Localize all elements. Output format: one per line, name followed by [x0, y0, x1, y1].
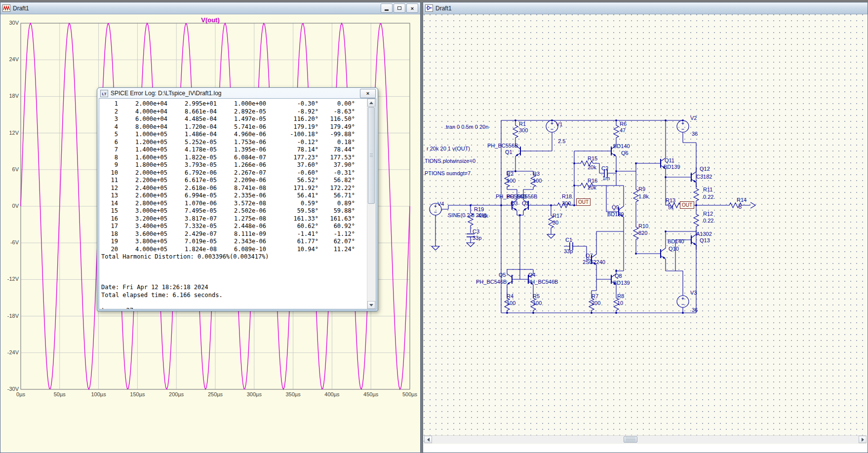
- component-label[interactable]: R14: [737, 197, 747, 203]
- error-log-titlebar[interactable]: LT SPICE Error Log: D:\LTspice_IV\Draft1…: [97, 88, 378, 98]
- component-label[interactable]: Q11: [665, 157, 674, 163]
- error-log-vscrollbar[interactable]: [367, 99, 376, 309]
- component-label[interactable]: R19: [474, 206, 484, 212]
- spice-directive[interactable]: .tran 0 0.5m 0 20n: [444, 124, 488, 130]
- component-label[interactable]: V2: [690, 115, 697, 121]
- component-label[interactable]: 33p: [473, 235, 481, 241]
- component-label[interactable]: 33p: [564, 248, 573, 254]
- component-label[interactable]: C3182: [696, 174, 712, 180]
- component-label[interactable]: A1302: [696, 231, 712, 237]
- component-label[interactable]: R2: [507, 171, 513, 177]
- component-label[interactable]: R18: [562, 193, 572, 199]
- component-label[interactable]: 36: [692, 131, 698, 137]
- trace-title[interactable]: V(out): [1, 16, 420, 24]
- schematic-canvas[interactable]: .tran 0 0.5m 0 20nr 20k 20 1 v(OUT)TIONS…: [424, 14, 867, 444]
- component-label[interactable]: 8: [739, 204, 742, 210]
- component-label[interactable]: BD139: [607, 211, 624, 217]
- component-label[interactable]: R12: [703, 211, 713, 217]
- component-label[interactable]: C3: [473, 228, 479, 234]
- component-label[interactable]: BD140: [613, 143, 630, 149]
- component-label[interactable]: PH_BC546B: [476, 279, 507, 285]
- component-label[interactable]: BD139: [664, 164, 680, 170]
- component-label[interactable]: R5: [533, 293, 540, 299]
- waveform-window-titlebar[interactable]: Draft1 ×: [0, 2, 420, 14]
- component-label[interactable]: 100: [507, 178, 515, 184]
- component-label[interactable]: V1: [556, 121, 562, 127]
- component-label[interactable]: 100: [533, 178, 542, 184]
- scroll-right-button[interactable]: [859, 436, 867, 443]
- component-label[interactable]: R9: [638, 186, 645, 192]
- component-label[interactable]: PH_BC546B: [527, 279, 558, 285]
- out-port-flag[interactable]: OUT: [680, 201, 694, 209]
- component-label[interactable]: 2.5: [558, 138, 565, 144]
- component-label[interactable]: 20k: [588, 164, 596, 170]
- component-label[interactable]: 0.22: [703, 218, 713, 224]
- component-label[interactable]: 200: [592, 300, 600, 306]
- component-label[interactable]: Q4: [528, 272, 536, 278]
- component-label[interactable]: V4: [437, 201, 444, 207]
- component-label[interactable]: C2: [601, 165, 608, 171]
- restore-button[interactable]: [394, 3, 405, 13]
- component-label[interactable]: 10: [617, 300, 623, 306]
- component-label[interactable]: Q13: [700, 237, 710, 243]
- component-label[interactable]: BD140: [668, 238, 684, 244]
- component-label[interactable]: Q12: [700, 166, 710, 172]
- component-label[interactable]: Q5: [499, 272, 506, 278]
- component-label[interactable]: 1.8k: [638, 193, 649, 199]
- component-label[interactable]: Q3: [511, 200, 518, 206]
- component-label[interactable]: 20k: [588, 185, 596, 190]
- component-label[interactable]: Q9: [612, 204, 619, 210]
- component-label[interactable]: 36: [692, 307, 698, 313]
- component-label[interactable]: Q6: [621, 150, 629, 156]
- component-label[interactable]: R15: [588, 155, 597, 161]
- component-label[interactable]: Q7: [586, 253, 593, 259]
- spice-directive[interactable]: PTIONS numdgt=7: [425, 170, 471, 176]
- component-label[interactable]: 30: [552, 220, 558, 226]
- component-label[interactable]: 0.22: [703, 194, 713, 200]
- component-label[interactable]: PH_BC556B: [487, 143, 518, 149]
- component-label[interactable]: R3: [533, 171, 540, 177]
- hscroll-thumb[interactable]: [624, 436, 637, 443]
- scroll-up-button[interactable]: [367, 99, 375, 107]
- vscroll-thumb[interactable]: [368, 107, 375, 204]
- component-label[interactable]: 2SC2240: [583, 259, 605, 265]
- component-label[interactable]: 300: [562, 200, 571, 206]
- error-log-text[interactable]: 12.000e+042.995e+011.000e+00-0.30°0.00°2…: [99, 99, 367, 309]
- component-label[interactable]: 4.3k: [478, 213, 488, 219]
- component-label[interactable]: R13: [666, 197, 675, 203]
- minimize-button[interactable]: [381, 3, 393, 13]
- component-label[interactable]: Q10: [669, 246, 679, 252]
- component-label[interactable]: R6: [620, 121, 627, 127]
- component-label[interactable]: Q8: [615, 273, 622, 279]
- close-button[interactable]: ×: [406, 3, 418, 13]
- spice-directive[interactable]: r 20k 20 1 v(OUT): [427, 146, 470, 151]
- component-label[interactable]: V3: [690, 290, 697, 296]
- component-label[interactable]: 47: [620, 127, 626, 133]
- component-label[interactable]: R8: [617, 293, 624, 299]
- component-label[interactable]: R10: [638, 223, 648, 229]
- component-label[interactable]: BD139: [613, 280, 630, 286]
- component-label[interactable]: Q1: [505, 149, 513, 155]
- component-label[interactable]: R11: [703, 187, 712, 192]
- scroll-left-button[interactable]: [424, 436, 432, 443]
- component-label[interactable]: Q2: [522, 200, 529, 206]
- out-port-flag[interactable]: OUT: [576, 198, 591, 206]
- component-label[interactable]: R4: [507, 293, 513, 299]
- component-label[interactable]: R1: [519, 121, 526, 127]
- component-label[interactable]: 820: [638, 230, 647, 236]
- component-label[interactable]: R17: [552, 213, 562, 219]
- component-label[interactable]: 100: [533, 300, 542, 306]
- component-label[interactable]: 51: [668, 204, 674, 210]
- scroll-down-button[interactable]: [367, 301, 375, 309]
- error-log-close-button[interactable]: ×: [360, 89, 376, 98]
- schematic-hscrollbar[interactable]: [424, 435, 867, 444]
- component-label[interactable]: C1: [565, 237, 572, 243]
- component-label[interactable]: R7: [592, 293, 598, 299]
- component-label[interactable]: PH_BC556B: [507, 193, 537, 199]
- component-label[interactable]: R16: [588, 178, 597, 184]
- component-label[interactable]: 300: [519, 127, 528, 133]
- component-label[interactable]: 1m: [602, 175, 610, 181]
- schematic-window-titlebar[interactable]: Draft1: [423, 2, 868, 14]
- component-label[interactable]: 100: [507, 300, 515, 306]
- spice-directive[interactable]: TIONS plotwinsize=0: [425, 158, 475, 164]
